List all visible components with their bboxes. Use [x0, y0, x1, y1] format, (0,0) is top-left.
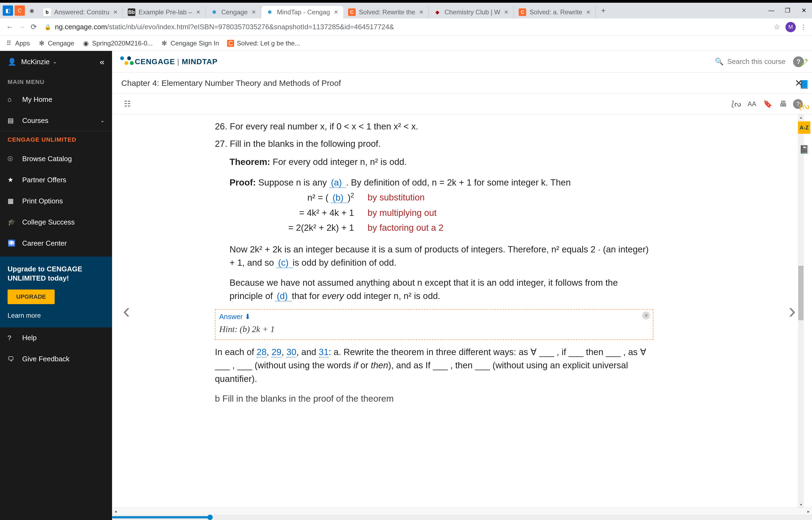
browser-tab[interactable]: ✻Cengage✕ [206, 6, 261, 19]
answer-close-icon[interactable]: ✕ [642, 311, 650, 319]
sidebar-item[interactable]: ★Partner Offers [0, 169, 112, 190]
tab-label: Solved: Rewrite the [359, 8, 415, 16]
nav-icon: 🛄 [7, 239, 17, 247]
tab-label: Answered: Constru [54, 8, 109, 16]
highlighter-icon[interactable]: 🖍 [798, 56, 810, 69]
bookmark-label: Apps [15, 40, 30, 47]
browser-tab[interactable]: ◆Chemistry Club | W✕ [429, 6, 514, 19]
blank-a[interactable]: (a) [329, 177, 346, 188]
help-icon: ? [7, 334, 17, 342]
tab-close-icon[interactable]: ✕ [419, 9, 424, 16]
exercise-link[interactable]: 29 [272, 347, 281, 358]
minimize-button[interactable]: ― [763, 3, 780, 19]
glossary-icon[interactable]: A-Z [798, 121, 810, 134]
toc-button[interactable]: ☷ [121, 98, 133, 110]
blank-b[interactable]: (b) [331, 192, 348, 203]
cengage-logo-mark [120, 56, 131, 67]
bookmark-item[interactable]: ⠿Apps [5, 40, 30, 47]
collapse-sidebar-icon[interactable]: « [100, 57, 105, 67]
sidebar-item[interactable]: 🎓College Success [0, 211, 112, 233]
tab-close-icon[interactable]: ✕ [251, 9, 256, 16]
bookmark-label: Spring2020M216-0... [92, 40, 153, 47]
nav-icon: 🎓 [7, 218, 17, 226]
learn-more-link[interactable]: Learn more [7, 312, 105, 319]
exercise-link[interactable]: 28 [257, 347, 267, 358]
close-window-button[interactable]: ✕ [796, 3, 812, 19]
cengage-logo[interactable]: CENGAGE|MINDTAP [120, 56, 218, 67]
readspeaker-icon[interactable]: ⟅ᔓ [730, 98, 742, 110]
tab-close-icon[interactable]: ✕ [196, 9, 201, 16]
theorem: Theorem: For every odd integer n, n² is … [229, 155, 653, 169]
tab-close-icon[interactable]: ✕ [504, 9, 509, 16]
tab-close-icon[interactable]: ✕ [586, 9, 591, 16]
reader-toolbar: ☷ ⟅ᔓ AA 🔖 🖶 ? [112, 94, 812, 114]
bookmark-favicon: ⠿ [5, 40, 12, 47]
tab-close-icon[interactable]: ✕ [334, 9, 338, 16]
reload-button[interactable]: ⟳ [28, 21, 39, 33]
chegg-icon[interactable]: C [15, 5, 25, 16]
bookmark-icon[interactable]: 🔖 [762, 98, 774, 110]
tab-favicon: ◆ [433, 8, 441, 16]
user-menu[interactable]: 👤 McKinzie ⌄ « [0, 51, 112, 73]
print-icon[interactable]: 🖶 [777, 98, 789, 110]
bookmark-item[interactable]: CSolved: Let g be the... [227, 40, 300, 47]
outlook-icon[interactable]: ◧ [3, 5, 13, 16]
progress-bar[interactable] [112, 515, 812, 520]
horizontal-scrollbar[interactable]: ◂ ▸ [112, 508, 812, 515]
problem-26: 26. For every real number x, if 0 < x < … [215, 120, 653, 133]
search-icon: 🔍 [715, 57, 724, 66]
feedback-link[interactable]: 🗨Give Feedback [0, 348, 112, 370]
browser-tab[interactable]: bAnswered: Constru✕ [38, 6, 123, 19]
url-input[interactable]: 🔒 ng.cengage.com/static/nb/ui/evo/index.… [39, 21, 771, 33]
nav-label: Browse Catalog [22, 155, 72, 163]
exercise-link[interactable]: 31 [319, 347, 329, 358]
bookmark-item[interactable]: ◉Spring2020M216-0... [82, 40, 153, 47]
nav-icon: ⌂ [7, 96, 17, 103]
browser-tab-bar: ◧ C ◉ bAnswered: Constru✕BbExample Pre-l… [0, 3, 812, 19]
hscroll-left-arrow[interactable]: ◂ [112, 508, 119, 515]
browser-tab[interactable]: ✻MindTap - Cengag✕ [261, 6, 343, 19]
upgrade-button[interactable]: UPGRADE [7, 289, 55, 304]
sidebar-item[interactable]: ⦾Browse Catalog [0, 148, 112, 169]
textbook-icon[interactable]: 📘 [798, 78, 810, 90]
part-b-text: b Fill in the blanks in the proof of the… [215, 392, 653, 406]
sidebar-item[interactable]: ▤Courses⌄ [0, 110, 112, 131]
prev-page-button[interactable]: ‹ [123, 298, 130, 323]
progress-fill [112, 516, 210, 518]
back-button[interactable]: ← [4, 21, 16, 33]
audio-icon[interactable]: ⟅ᔓ [798, 100, 810, 112]
tab-favicon: Bb [128, 8, 135, 16]
sidebar: 👤 McKinzie ⌄ « MAIN MENU ⌂My Home▤Course… [0, 51, 112, 520]
browser-tab[interactable]: BbExample Pre-lab –✕ [123, 6, 205, 19]
bookmark-item[interactable]: ✻Cengage [38, 40, 74, 47]
tab-favicon: ✻ [266, 8, 274, 16]
maximize-button[interactable]: ❐ [780, 3, 796, 19]
next-page-button[interactable]: › [788, 298, 796, 323]
tab-close-icon[interactable]: ✕ [113, 9, 118, 16]
new-tab-button[interactable]: + [598, 5, 609, 16]
bookmark-star-icon[interactable]: ☆ [771, 23, 783, 31]
browser-menu-icon[interactable]: ⋮ [799, 23, 808, 31]
exercise-link[interactable]: 30 [286, 347, 297, 358]
font-size-button[interactable]: AA [746, 98, 758, 110]
blank-d[interactable]: (d) [275, 291, 292, 302]
blank-c[interactable]: (c) [276, 258, 292, 268]
sidebar-item[interactable]: 🛄Career Center [0, 233, 112, 254]
sidebar-item[interactable]: ▦Print Options [0, 190, 112, 211]
progress-knob[interactable] [207, 515, 213, 520]
cengage-header: CENGAGE|MINDTAP 🔍Search this course ? [112, 51, 812, 73]
sidebar-item[interactable]: ⌂My Home [0, 89, 112, 110]
search-course[interactable]: 🔍Search this course [715, 57, 785, 66]
help-link[interactable]: ?Help [0, 328, 112, 348]
page-content: 26. For every real number x, if 0 < x < … [215, 120, 653, 406]
answer-header[interactable]: Answer ⬇ [219, 311, 649, 322]
profile-avatar[interactable]: M [785, 22, 796, 32]
browser-tab[interactable]: CSolved: Rewrite the✕ [343, 6, 429, 19]
bookmark-item[interactable]: ✻Cengage Sign In [161, 40, 219, 47]
forward-button[interactable]: → [16, 21, 28, 33]
content-area: CENGAGE|MINDTAP 🔍Search this course ? Ch… [112, 51, 812, 520]
browser-tab[interactable]: CSolved: a. Rewrite✕ [514, 6, 596, 19]
safari-icon[interactable]: ◉ [27, 5, 37, 16]
answer-box: Answer ⬇ Hint: (b) 2k + 1 ✕ [215, 309, 653, 340]
notebook-icon[interactable]: 📓 [798, 143, 810, 155]
